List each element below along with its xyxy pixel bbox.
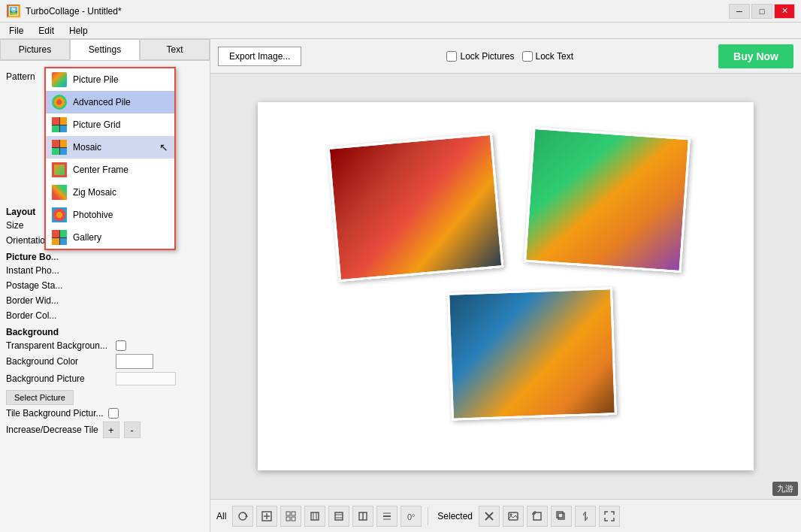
postage-stamp-row: Postage Sta... xyxy=(6,280,204,291)
svg-rect-9 xyxy=(311,512,319,520)
svg-rect-8 xyxy=(292,517,295,521)
svg-rect-7 xyxy=(286,517,290,521)
minimize-button[interactable]: ─ xyxy=(729,4,750,19)
buy-now-button[interactable]: Buy Now xyxy=(718,44,793,68)
menu-help[interactable]: Help xyxy=(63,24,94,38)
menu-file[interactable]: File xyxy=(3,24,29,38)
canvas-image-anime[interactable] xyxy=(328,133,504,282)
crop-icon xyxy=(532,511,543,521)
photohive-icon xyxy=(52,207,67,222)
squeeze-h-icon xyxy=(334,511,344,521)
game-image-content xyxy=(526,129,688,271)
tab-text[interactable]: Text xyxy=(140,39,210,60)
dropdown-item-gallery[interactable]: Gallery xyxy=(46,226,174,249)
dropdown-item-picture-grid[interactable]: Picture Grid xyxy=(46,113,174,136)
flip-icon xyxy=(580,511,591,521)
all-label: All xyxy=(216,511,226,521)
grid-icon xyxy=(286,511,296,521)
dropdown-item-photohive[interactable]: Photohive xyxy=(46,204,174,226)
dropdown-item-mosaic[interactable]: Mosaic ↖ xyxy=(46,136,174,159)
center-frame-icon xyxy=(52,162,67,177)
lock-text-item: Lock Text xyxy=(522,51,573,62)
app-title: TurboCollage - Untitled* xyxy=(26,6,122,17)
inc-dec-label: Increase/Decrease Tile xyxy=(6,425,98,435)
dropdown-item-zig-mosaic[interactable]: Zig Mosaic xyxy=(46,181,174,204)
transparent-bg-row: Transparent Backgroun... xyxy=(6,340,204,351)
gallery-label: Gallery xyxy=(73,232,101,243)
bottom-separator xyxy=(428,507,428,525)
background-color-swatch[interactable] xyxy=(116,354,153,369)
title-bar: 🖼️ TurboCollage - Untitled* ─ □ ✕ xyxy=(0,0,801,23)
increase-tile-button[interactable]: + xyxy=(103,422,119,438)
squeeze-h-button[interactable] xyxy=(328,506,349,527)
watermark-text: 九游 xyxy=(777,484,793,493)
svg-rect-5 xyxy=(286,512,290,515)
advanced-pile-icon xyxy=(52,95,67,110)
picture-pile-label: Picture Pile xyxy=(73,74,119,85)
right-panel: Export Image... Lock Pictures Lock Text … xyxy=(210,39,801,532)
zig-mosaic-icon xyxy=(52,185,67,200)
flip-button[interactable] xyxy=(575,506,596,527)
lock-pictures-checkbox[interactable] xyxy=(446,51,457,62)
svg-marker-1 xyxy=(245,515,248,517)
fit-button[interactable] xyxy=(256,506,277,527)
watermark: 九游 xyxy=(772,482,798,496)
border-color-row: Border Col... xyxy=(6,310,204,321)
transparent-bg-checkbox[interactable] xyxy=(116,340,126,351)
background-color-row: Background Color xyxy=(6,354,204,369)
select-picture-button[interactable]: Select Picture xyxy=(6,390,74,405)
canvas-area: 九游 xyxy=(210,74,801,499)
inc-dec-row: Increase/Decrease Tile + - xyxy=(6,422,204,438)
dropdown-item-advanced-pile[interactable]: Advanced Pile xyxy=(46,91,174,113)
tab-pictures[interactable]: Pictures xyxy=(0,39,70,60)
duplicate-button[interactable] xyxy=(551,506,572,527)
photohive-label: Photohive xyxy=(73,210,113,220)
pattern-row: Pattern Picture Pile ▼ Picture Pi xyxy=(6,67,204,86)
grid-button[interactable] xyxy=(280,506,301,527)
svg-rect-12 xyxy=(335,512,343,520)
canvas-image-landscape[interactable] xyxy=(447,287,617,421)
menu-bar: File Edit Help xyxy=(0,23,801,39)
svg-rect-29 xyxy=(557,512,563,518)
tile-bg-checkbox[interactable] xyxy=(108,408,119,419)
rotate-reset-button[interactable] xyxy=(232,506,253,527)
tab-settings[interactable]: Settings xyxy=(70,39,140,60)
background-picture-row: Background Picture xyxy=(6,372,204,385)
dropdown-item-picture-pile[interactable]: Picture Pile xyxy=(46,68,174,91)
fullscreen-button[interactable] xyxy=(599,506,620,527)
canvas-image-game[interactable] xyxy=(524,127,691,273)
lock-text-checkbox[interactable] xyxy=(522,51,533,62)
mosaic-label: Mosaic xyxy=(73,142,101,153)
dropdown-item-center-frame[interactable]: Center Frame xyxy=(46,159,174,181)
crop-button[interactable] xyxy=(527,506,548,527)
left-content: Pattern Picture Pile ▼ Picture Pi xyxy=(0,61,210,532)
menu-edit[interactable]: Edit xyxy=(32,24,60,38)
duplicate-icon xyxy=(556,511,567,521)
decrease-tile-button[interactable]: - xyxy=(124,422,141,438)
image-icon xyxy=(508,511,518,521)
picture-grid-label: Picture Grid xyxy=(73,119,120,130)
expand-icon xyxy=(310,511,320,521)
left-panel: Pictures Settings Text Pattern Picture P… xyxy=(0,39,210,532)
fit-icon xyxy=(261,511,272,521)
tab-bar: Pictures Settings Text xyxy=(0,39,210,61)
expand-button[interactable] xyxy=(304,506,325,527)
delete-selected-button[interactable] xyxy=(479,506,500,527)
export-button[interactable]: Export Image... xyxy=(218,47,301,66)
image-selected-button[interactable] xyxy=(503,506,524,527)
rotate-cw-icon: 0° xyxy=(406,511,416,521)
picture-border-header: Picture Bo... xyxy=(6,252,204,262)
background-color-label: Background Color xyxy=(6,356,111,367)
rotate-cw-button[interactable]: 0° xyxy=(400,506,422,527)
zig-mosaic-label: Zig Mosaic xyxy=(73,187,116,198)
lock-group: Lock Pictures Lock Text xyxy=(310,51,709,62)
close-button[interactable]: ✕ xyxy=(774,4,795,19)
lock-text-label: Lock Text xyxy=(536,51,573,62)
background-picture-section: Background Picture Select Picture xyxy=(6,372,204,405)
instant-photo-row: Instant Pho... xyxy=(6,265,204,276)
squeeze-v-button[interactable] xyxy=(352,506,373,527)
maximize-button[interactable]: □ xyxy=(751,4,772,19)
tile-bg-label: Tile Background Pictur... xyxy=(6,408,104,419)
picture-grid-icon xyxy=(52,117,67,132)
align-h-button[interactable] xyxy=(376,506,397,527)
